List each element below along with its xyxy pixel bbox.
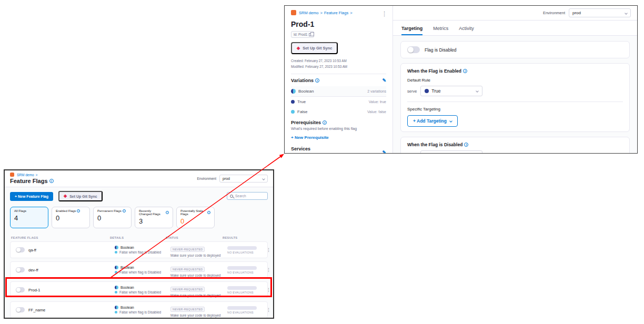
false-variation-dot-icon [115,291,117,293]
flag-type: Boolean [120,266,134,269]
edit-services-icon[interactable]: ✎ [382,150,386,154]
default-rule-serve-select[interactable]: True [420,86,482,96]
info-icon[interactable]: i [77,209,80,212]
flag-detail: False when flag is Disabled [119,310,161,314]
info-icon[interactable]: i [49,179,54,183]
chevron-down-icon [476,89,479,93]
info-icon[interactable]: i [207,211,210,214]
true-variation-dot-icon [425,89,429,93]
tab-metrics[interactable]: Metrics [433,26,448,35]
status-text: Make sure your code is deployed [170,274,227,277]
breadcrumb-feature-flags[interactable]: Feature Flags [324,11,348,15]
flag-name: dev-ff [28,268,38,272]
flag-name: qa-ff [28,248,36,252]
kebab-menu-icon[interactable]: ⋮ [266,288,274,292]
flag-toggle[interactable] [16,307,25,312]
table-row[interactable]: FF_name Boolean False when flag is Disab… [10,301,268,318]
status-text: Make sure your code is deployed [170,254,227,257]
boolean-variation-icon [115,246,118,249]
table-header: FEATURE FLAGS DETAILS STATUS RESULTS [5,233,273,241]
environment-select[interactable]: prod [569,8,631,17]
environment-value: prod [572,11,581,15]
stat-label: All Flags [14,209,26,212]
environment-select[interactable]: prod [219,175,268,183]
specific-targeting-label: Specific Targeting [407,107,623,112]
chevron-down-icon [262,177,265,180]
stat-card-recently-changed-flags[interactable]: Recently Changed Flagsi 3 [135,207,173,228]
flag-stats-row: All Flags 4 Enabled Flagsi 0 Permanent F… [5,205,273,233]
results-text: NO EVALUATIONS [227,291,266,294]
kebab-menu-icon[interactable]: ⋮ [266,248,274,252]
when-enabled-card: When the Flag is Enabled i Default Rule … [400,63,630,132]
search-icon [230,195,233,198]
prerequisites-heading: Prerequisites [291,120,321,125]
stat-label: Enabled Flags [56,209,76,212]
stat-card-enabled-flags[interactable]: Enabled Flagsi 0 [52,207,90,228]
flag-toggle[interactable] [16,267,25,272]
variations-section-header: Variations i ✎ [291,78,386,83]
info-icon[interactable]: i [323,120,327,125]
search-input[interactable] [235,194,265,198]
flag-detail: False when flag is Disabled [119,250,161,254]
table-row[interactable]: qa-ff Boolean False when flag is Disable… [10,241,268,258]
disabled-serve-select[interactable]: False [420,150,482,153]
boolean-variation-icon [115,286,118,289]
table-row-prod-1[interactable]: Prod-1 Boolean False when flag is Disabl… [10,281,268,298]
tab-targeting[interactable]: Targeting [401,26,422,35]
false-variation-dot-icon [291,110,295,114]
info-icon[interactable]: i [464,143,468,147]
results-text: NO EVALUATIONS [227,251,266,254]
col-status: STATUS [166,236,223,239]
flag-detail: False when flag is Disabled [119,290,161,294]
flag-detail-sidebar: SRM demo > Feature Flags > ⋮ Prod-1 Id: … [285,6,393,153]
flag-toggle[interactable] [16,247,25,252]
detail-tabs: Targeting Metrics Activity [393,21,637,36]
breadcrumb-srm-demo[interactable]: SRM demo [299,11,319,15]
kebab-menu-icon[interactable]: ⋮ [266,308,274,312]
kebab-menu-icon[interactable]: ⋮ [381,11,387,17]
info-icon[interactable]: i [123,209,126,212]
status-badge: NEVER-REQUESTED [170,287,205,292]
variation-row-true: True Value: true [291,97,386,107]
page-title: Feature Flags [10,178,48,184]
divider [407,102,623,102]
flag-detail-main: Environment prod Targeting Metrics Activ… [393,6,637,153]
status-text: Make sure your code is deployed [170,313,227,317]
stat-value: 0 [56,214,86,222]
setup-git-sync-button[interactable]: ◆ Set Up Git Sync [291,42,338,54]
stat-card-potentially-stale-flags[interactable]: Potentially Stale Flagsi 0 [176,207,215,228]
copy-icon[interactable] [309,33,311,36]
new-prerequisite-link[interactable]: + New Prerequisite [291,135,329,140]
breadcrumb-srm-demo[interactable]: SRM demo [17,173,34,177]
page-title: Prod-1 [291,20,386,28]
when-disabled-heading: When the Flag is Disabled [407,142,462,147]
boolean-variation-icon [115,266,118,269]
info-icon[interactable]: i [166,211,169,214]
flag-detail-screenshot: SRM demo > Feature Flags > ⋮ Prod-1 Id: … [284,5,638,154]
table-row[interactable]: dev-ff Boolean False when flag is Disabl… [10,261,268,278]
col-results: RESULTS [223,236,261,239]
flag-toggle[interactable] [16,287,25,292]
results-text: NO EVALUATIONS [227,311,266,314]
breadcrumb-separator: > [320,11,323,15]
new-feature-flag-button[interactable]: + New Feature Flag [10,192,53,201]
harness-logo-icon [10,173,14,177]
flag-name: Prod-1 [28,288,41,292]
edit-variations-icon[interactable]: ✎ [382,78,386,83]
stat-card-permanent-flags[interactable]: Permanent Flagsi 0 [93,207,132,228]
setup-git-sync-button[interactable]: ◆ Set Up Git Sync [58,191,103,201]
info-icon[interactable]: i [315,78,319,83]
breadcrumb-separator: > [36,173,38,177]
add-targeting-button[interactable]: + Add Targeting [407,115,458,127]
info-icon[interactable]: i [463,69,467,73]
status-badge: NEVER-REQUESTED [170,247,205,252]
false-variation-dot-icon [115,251,117,254]
when-disabled-card: When the Flag is Disabled i serve False [400,137,630,153]
flag-name: FF_name [28,308,45,312]
flag-enable-toggle[interactable] [407,46,420,53]
stat-value: 0 [180,217,210,225]
stat-card-all-flags[interactable]: All Flags 4 [10,207,48,228]
prerequisites-description: What's required before enabling this fla… [291,127,386,130]
kebab-menu-icon[interactable]: ⋮ [266,268,274,272]
tab-activity[interactable]: Activity [459,26,474,35]
